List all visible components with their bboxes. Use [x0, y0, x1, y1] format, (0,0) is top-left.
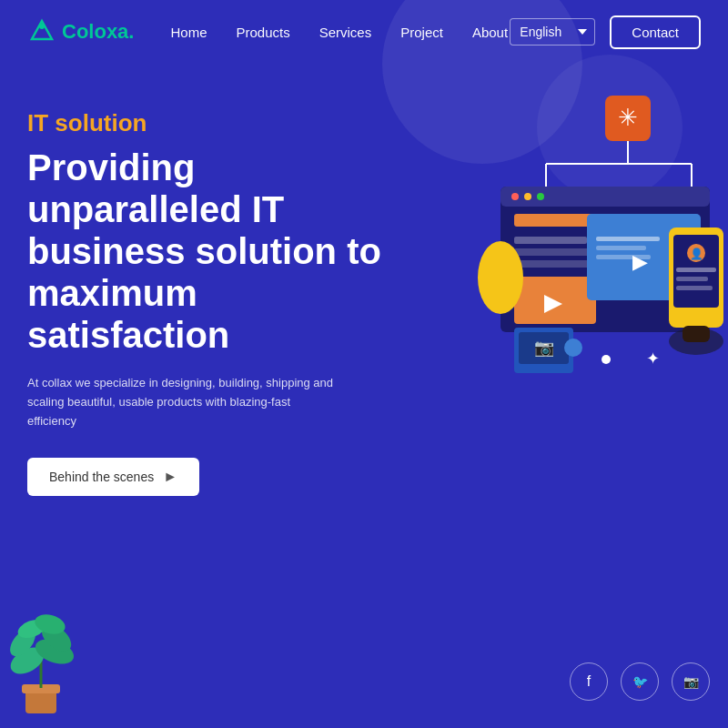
- contact-button[interactable]: Contact: [610, 15, 701, 49]
- navbar: Coloxa. Home Products Services Project A…: [0, 0, 728, 64]
- illustration-svg: ✳: [410, 82, 728, 428]
- language-select[interactable]: English Français Español: [510, 18, 595, 46]
- svg-text:✦: ✦: [646, 349, 660, 368]
- facebook-icon[interactable]: f: [570, 662, 608, 701]
- nav-project[interactable]: Project: [400, 25, 443, 40]
- logo-text: Coloxa.: [62, 20, 134, 44]
- hero-right: ✳: [391, 100, 701, 464]
- logo-icon: [27, 17, 56, 46]
- nav-home[interactable]: Home: [170, 25, 207, 40]
- svg-text:👤: 👤: [690, 247, 703, 260]
- svg-rect-21: [596, 237, 660, 241]
- svg-rect-34: [676, 286, 713, 290]
- hero-section: IT solution Providing unparalleled IT bu…: [0, 64, 728, 496]
- arrow-icon: ►: [163, 469, 177, 485]
- svg-rect-36: [682, 326, 710, 342]
- twitter-label: 🐦: [632, 674, 648, 689]
- svg-point-12: [537, 193, 544, 200]
- plant-svg: [0, 579, 82, 724]
- it-label: IT solution: [27, 109, 391, 137]
- svg-rect-32: [676, 268, 716, 272]
- svg-point-38: [602, 355, 611, 364]
- svg-rect-23: [596, 255, 651, 259]
- svg-text:▶: ▶: [632, 250, 648, 273]
- svg-text:📷: 📷: [534, 338, 555, 358]
- svg-rect-14: [514, 237, 587, 244]
- plant-decoration: [0, 579, 82, 728]
- nav-links: Home Products Services Project About: [170, 25, 510, 40]
- svg-point-10: [511, 193, 519, 200]
- hero-left: IT solution Providing unparalleled IT bu…: [27, 100, 391, 496]
- svg-point-11: [524, 193, 531, 200]
- instagram-icon[interactable]: 📷: [672, 662, 710, 701]
- svg-point-24: [478, 241, 523, 314]
- nav-about[interactable]: About: [472, 25, 508, 40]
- hero-title: Providing unparalleled IT business solut…: [27, 147, 391, 356]
- svg-rect-33: [676, 277, 708, 281]
- behind-scenes-button[interactable]: Behind the scenes ►: [27, 458, 199, 496]
- hero-description: At collax we specialize in designing, bu…: [27, 374, 337, 430]
- behind-scenes-label: Behind the scenes: [49, 470, 154, 484]
- nav-services[interactable]: Services: [319, 25, 372, 40]
- hero-illustration: ✳: [410, 82, 728, 428]
- svg-point-37: [564, 339, 582, 357]
- svg-text:✳: ✳: [618, 104, 638, 131]
- svg-rect-22: [596, 246, 646, 250]
- nav-products[interactable]: Products: [236, 25, 289, 40]
- facebook-label: f: [587, 673, 591, 690]
- twitter-icon[interactable]: 🐦: [621, 662, 659, 701]
- instagram-label: 📷: [683, 674, 699, 689]
- svg-point-1: [39, 24, 45, 29]
- logo[interactable]: Coloxa.: [27, 17, 134, 46]
- social-bar: f 🐦 📷: [570, 662, 710, 701]
- svg-rect-9: [500, 187, 710, 207]
